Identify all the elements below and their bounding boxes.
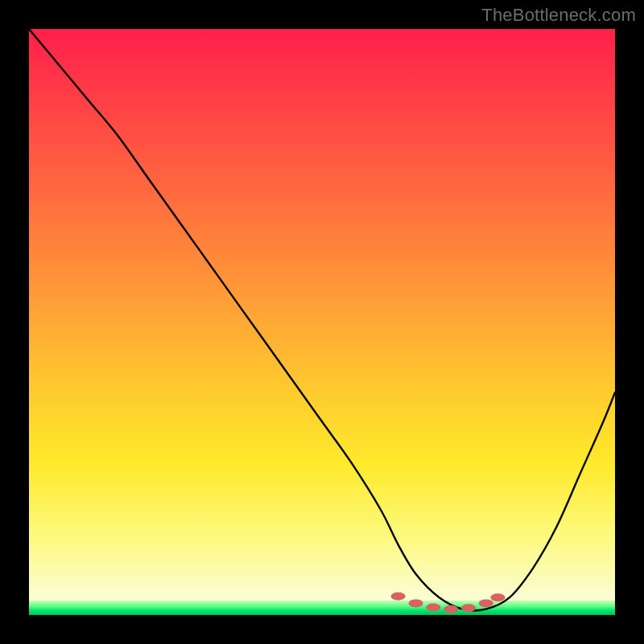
marker-dot <box>426 604 440 612</box>
marker-dot <box>490 593 505 601</box>
chart-frame: TheBottleneck.com <box>0 0 644 644</box>
marker-dot <box>409 599 423 607</box>
marker-dot <box>444 605 458 613</box>
bottleneck-curve-svg <box>29 29 615 615</box>
watermark-text: TheBottleneck.com <box>481 5 636 26</box>
bottleneck-curve-line <box>29 29 615 611</box>
marker-dot <box>391 592 406 601</box>
plot-area <box>29 29 615 615</box>
marker-dot <box>461 604 476 612</box>
marker-dot <box>479 599 493 607</box>
